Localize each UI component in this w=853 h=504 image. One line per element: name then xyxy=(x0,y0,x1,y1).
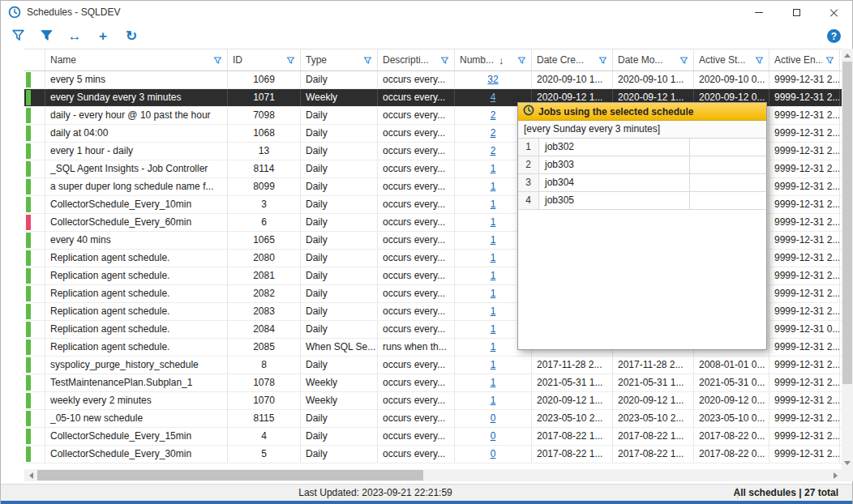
column-filter-icon[interactable] xyxy=(595,56,607,65)
autofit-columns-button[interactable]: ↔ xyxy=(66,28,84,45)
column-filter-icon[interactable] xyxy=(437,56,449,65)
jobs-count-link[interactable]: 0 xyxy=(491,412,496,424)
jobs-count-link[interactable]: 1 xyxy=(491,359,496,370)
column-filter-icon[interactable] xyxy=(210,56,222,65)
jobs-count-link[interactable]: 1 xyxy=(491,163,496,174)
row-status-indicator xyxy=(24,357,45,374)
add-schedule-button[interactable]: + xyxy=(94,28,112,45)
cell-type: Daily xyxy=(301,232,378,249)
row-status-indicator xyxy=(24,196,45,213)
cell-name: CollectorSchedule_Every_60min xyxy=(45,214,228,231)
jobs-count-link[interactable]: 1 xyxy=(491,341,496,352)
help-button[interactable]: ? xyxy=(827,29,841,43)
cell-name: every 40 mins xyxy=(45,232,228,249)
column-header-id[interactable]: ID xyxy=(228,49,301,70)
cell-description: occurs every... xyxy=(378,410,455,427)
refresh-icon: ↻ xyxy=(126,29,137,43)
cell-active_start: 2017-08-22 0... xyxy=(694,446,769,463)
column-filter-icon[interactable] xyxy=(514,56,526,65)
table-row[interactable]: syspolicy_purge_history_schedule8Dailyoc… xyxy=(24,357,842,374)
triangle-up-icon xyxy=(844,53,851,58)
jobs-count-link[interactable]: 1 xyxy=(491,270,496,281)
table-row[interactable]: weekly every 2 minutes1070Weeklyoccurs e… xyxy=(24,392,842,410)
jobs-count-link[interactable]: 1 xyxy=(491,377,496,388)
cell-type: Daily xyxy=(301,107,378,124)
cell-active_end: 9999-12-31 2... xyxy=(769,267,840,284)
vertical-scroll-thumb[interactable] xyxy=(842,62,852,384)
column-filter-icon[interactable] xyxy=(752,56,764,65)
cell-active_start: 2023-05-10 0... xyxy=(694,410,769,427)
jobs-count-link[interactable]: 1 xyxy=(491,234,496,246)
scroll-down-arrow[interactable] xyxy=(842,456,853,469)
scroll-up-arrow[interactable] xyxy=(842,49,853,62)
table-row[interactable]: _05-10 new schedule8115Dailyoccurs every… xyxy=(24,410,842,428)
table-row[interactable]: CollectorSchedule_Every_30min5Dailyoccur… xyxy=(24,446,842,463)
cell-id: 4 xyxy=(228,428,301,445)
maximize-button[interactable] xyxy=(778,1,815,23)
jobs-count-link[interactable]: 0 xyxy=(491,448,496,459)
jobs-count-link[interactable]: 1 xyxy=(491,305,496,317)
jobs-count-link[interactable]: 2 xyxy=(491,127,496,139)
jobs-count-link[interactable]: 2 xyxy=(491,109,496,121)
cell-type: Weekly xyxy=(301,89,378,106)
column-filter-icon[interactable] xyxy=(360,56,372,65)
status-bar: Last Updated: 2023-09-21 22:21:59 All sc… xyxy=(1,484,852,502)
table-row[interactable]: every 5 mins1069Dailyoccurs every...3220… xyxy=(24,71,842,89)
horizontal-scrollbar[interactable] xyxy=(24,469,842,481)
cell-name: weekly every 2 minutes xyxy=(45,392,228,409)
left-right-arrow-icon: ↔ xyxy=(68,29,82,43)
row-status-indicator xyxy=(24,410,45,427)
column-filter-icon[interactable] xyxy=(676,56,688,65)
row-status-indicator xyxy=(24,374,45,391)
jobs-count-link[interactable]: 4 xyxy=(491,92,496,103)
jobs-count-link[interactable]: 1 xyxy=(491,252,496,263)
cell-type: Daily xyxy=(301,428,378,445)
cell-type: Daily xyxy=(301,303,378,320)
cell-date_modified: 2017-11-28 2... xyxy=(613,357,694,374)
cell-active_start: 2021-05-31 0... xyxy=(694,374,769,391)
row-status-indicator xyxy=(24,89,45,106)
cell-name: syspolicy_purge_history_schedule xyxy=(45,357,228,374)
vertical-scrollbar[interactable] xyxy=(842,49,853,469)
column-header-number[interactable]: Numb...↓ xyxy=(455,49,532,70)
horizontal-scroll-thumb[interactable] xyxy=(37,470,423,481)
column-header-description[interactable]: Descripti... xyxy=(378,49,455,70)
jobs-count-link[interactable]: 1 xyxy=(491,323,496,335)
triangle-right-icon xyxy=(834,472,838,479)
column-header-active_end[interactable]: Active En... xyxy=(769,49,840,70)
jobs-count-link[interactable]: 2 xyxy=(491,145,496,156)
jobs-count-link[interactable]: 1 xyxy=(491,288,496,299)
job-list-item[interactable]: 4job305 xyxy=(518,192,766,210)
job-list-item[interactable]: 2job303 xyxy=(518,156,766,174)
jobs-count-link[interactable]: 32 xyxy=(487,74,498,85)
cell-name: Replication agent schedule. xyxy=(45,267,228,284)
column-header-type[interactable]: Type xyxy=(301,49,378,70)
jobs-count-link[interactable]: 0 xyxy=(491,430,496,442)
scroll-left-arrow[interactable] xyxy=(24,469,37,481)
column-filter-icon[interactable] xyxy=(822,56,834,65)
job-list-item[interactable]: 1job302 xyxy=(518,139,766,156)
close-button[interactable] xyxy=(815,1,852,23)
column-header-date_created[interactable]: Date Cre... xyxy=(532,49,613,70)
edit-filter-button[interactable] xyxy=(37,28,55,45)
column-filter-icon[interactable] xyxy=(283,56,295,65)
jobs-count-link[interactable]: 1 xyxy=(491,395,496,406)
filter-button[interactable] xyxy=(9,28,27,45)
cell-name: CollectorSchedule_Every_15min xyxy=(45,428,228,445)
plus-icon: + xyxy=(99,29,107,43)
jobs-count-link[interactable]: 1 xyxy=(491,216,496,228)
jobs-count-link[interactable]: 1 xyxy=(491,199,496,210)
column-header-active_start[interactable]: Active St... xyxy=(694,49,769,70)
cell-active_end: 9999-12-31 2... xyxy=(769,196,840,213)
cell-description: occurs every... xyxy=(378,160,455,177)
column-header-date_modified[interactable]: Date Mo... xyxy=(613,49,694,70)
minimize-button[interactable] xyxy=(740,1,778,23)
table-row[interactable]: CollectorSchedule_Every_15min4Dailyoccur… xyxy=(24,428,842,446)
jobs-count-link[interactable]: 1 xyxy=(491,181,496,192)
refresh-button[interactable]: ↻ xyxy=(122,28,140,45)
scroll-right-arrow[interactable] xyxy=(829,469,842,481)
job-list-item[interactable]: 3job304 xyxy=(518,174,766,192)
table-row[interactable]: TestMaintenancePlan.Subplan_11078Weeklyo… xyxy=(24,374,842,392)
row-status-indicator xyxy=(24,107,45,124)
column-header-name[interactable]: Name xyxy=(45,49,228,70)
